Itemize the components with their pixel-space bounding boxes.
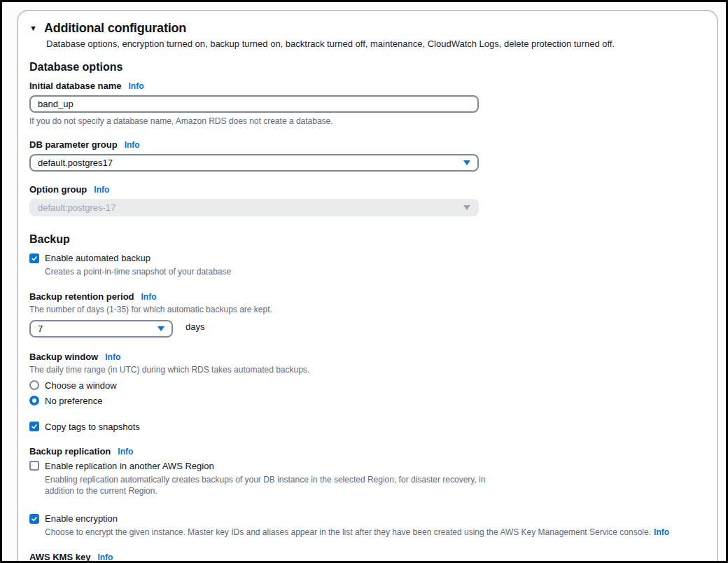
checkbox-checked-icon — [29, 514, 39, 524]
encryption-helper: Choose to encrypt the given instance. Ma… — [45, 527, 706, 538]
retention-period-select[interactable]: 7 — [29, 320, 173, 338]
expander-header[interactable]: ▼ Additional configuration — [29, 20, 706, 36]
encryption-group: Enable encryption Choose to encrypt the … — [29, 513, 706, 538]
checkbox-checked-icon — [29, 253, 39, 263]
panel-title: Additional configuration — [44, 21, 186, 36]
enable-automated-backup-label: Enable automated backup — [45, 253, 150, 263]
enable-replication-label: Enable replication in another AWS Region — [45, 461, 214, 471]
retention-period-unit: days — [186, 321, 204, 332]
chevron-down-icon — [463, 160, 470, 165]
retention-period-group: Backup retention period Info The number … — [29, 291, 706, 337]
database-options-heading: Database options — [29, 61, 706, 74]
initial-database-name-label: Initial database name — [29, 81, 122, 91]
check-icon — [31, 255, 38, 262]
additional-configuration-panel: ▼ Additional configuration Database opti… — [17, 10, 718, 563]
kms-key-info-link[interactable]: Info — [97, 552, 113, 562]
retention-period-label: Backup retention period — [29, 291, 134, 302]
db-parameter-group-info-link[interactable]: Info — [125, 140, 140, 150]
initial-database-name-input[interactable] — [29, 95, 479, 113]
copy-tags-label: Copy tags to snapshots — [45, 422, 140, 432]
db-parameter-group-select[interactable]: default.postgres17 — [29, 154, 479, 172]
option-group-value: default:postgres-17 — [38, 202, 115, 213]
choose-a-window-label: Choose a window — [45, 380, 117, 391]
caret-down-icon: ▼ — [29, 25, 37, 32]
initial-database-name-group: Initial database name Info If you do not… — [29, 81, 706, 127]
enable-automated-backup-checkbox[interactable]: Enable automated backup — [29, 253, 706, 263]
backup-replication-info-link[interactable]: Info — [118, 447, 133, 457]
option-group-group: Option group Info default:postgres-17 — [29, 184, 706, 216]
backup-window-helper: The daily time range (in UTC) during whi… — [29, 364, 706, 375]
backup-replication-group: Backup replication Info Enable replicati… — [29, 446, 706, 496]
retention-period-helper: The number of days (1-35) for which auto… — [29, 304, 706, 315]
backup-window-info-link[interactable]: Info — [105, 352, 120, 362]
automated-backup-helper: Creates a point-in-time snapshot of your… — [45, 266, 706, 277]
option-group-label: Option group — [29, 184, 87, 195]
kms-key-label: AWS KMS key — [29, 552, 90, 562]
kms-key-group: AWS KMS key Info (default) aws/rds — [29, 552, 706, 563]
encryption-info-link[interactable]: Info — [654, 527, 669, 537]
initial-database-name-info-link[interactable]: Info — [129, 81, 144, 91]
enable-encryption-label: Enable encryption — [45, 513, 118, 524]
check-icon — [31, 515, 38, 522]
no-preference-label: No preference — [45, 396, 102, 406]
chevron-down-icon — [463, 205, 470, 210]
checkbox-unchecked-icon — [29, 461, 39, 471]
initial-database-name-helper: If you do not specify a database name, A… — [29, 116, 706, 127]
encryption-helper-text: Choose to encrypt the given instance. Ma… — [45, 527, 651, 537]
panel-description: Database options, encryption turned on, … — [46, 39, 706, 49]
option-group-select: default:postgres-17 — [29, 199, 479, 216]
checkbox-checked-icon — [29, 422, 39, 431]
backup-heading: Backup — [29, 233, 706, 246]
replication-helper: Enabling replication automatically creat… — [45, 474, 500, 496]
radio-checked-icon — [29, 396, 39, 405]
db-parameter-group-group: DB parameter group Info default.postgres… — [29, 139, 706, 172]
radio-unchecked-icon — [29, 380, 39, 390]
backup-replication-label: Backup replication — [29, 446, 111, 457]
option-group-info-link[interactable]: Info — [94, 185, 109, 195]
enable-replication-checkbox[interactable]: Enable replication in another AWS Region — [29, 461, 706, 471]
choose-a-window-radio[interactable]: Choose a window — [29, 380, 706, 391]
retention-period-info-link[interactable]: Info — [141, 292, 157, 302]
retention-period-value: 7 — [38, 324, 43, 334]
automated-backup-group: Enable automated backup Creates a point-… — [29, 253, 706, 277]
no-preference-radio[interactable]: No preference — [29, 396, 706, 406]
viewport-frame: ▼ Additional configuration Database opti… — [0, 0, 728, 563]
db-parameter-group-label: DB parameter group — [29, 139, 118, 150]
check-icon — [31, 423, 38, 430]
copy-tags-checkbox[interactable]: Copy tags to snapshots — [29, 422, 706, 432]
db-parameter-group-value: default.postgres17 — [38, 158, 113, 168]
enable-encryption-checkbox[interactable]: Enable encryption — [29, 513, 706, 524]
chevron-down-icon — [158, 326, 164, 331]
backup-window-group: Backup window Info The daily time range … — [29, 352, 706, 406]
backup-window-label: Backup window — [29, 352, 98, 362]
